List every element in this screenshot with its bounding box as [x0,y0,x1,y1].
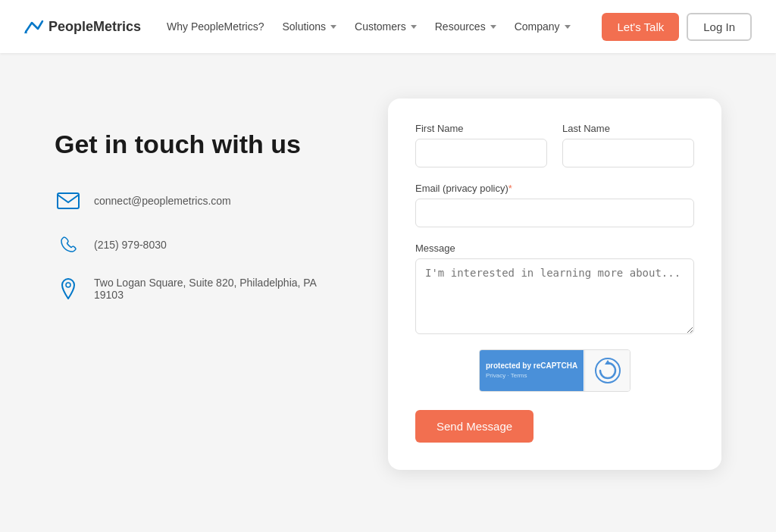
login-button[interactable]: Log In [687,13,752,41]
contact-title: Get in touch with us [55,129,343,160]
phone-text: (215) 979-8030 [94,239,167,251]
required-marker: * [508,183,512,194]
lets-talk-button[interactable]: Let's Talk [602,13,679,41]
chevron-down-icon [565,25,571,29]
email-label: Email (privacy policy)* [415,183,694,194]
chevron-down-icon [490,25,496,29]
nav-customers[interactable]: Customers [347,16,424,37]
contact-info-list: connect@peoplemetrics.com (215) 979-8030 [55,187,343,302]
email-text: connect@peoplemetrics.com [94,195,231,207]
message-group: Message [415,243,694,334]
last-name-input[interactable] [562,139,694,167]
message-label: Message [415,243,694,254]
address-item: Two Logan Square, Suite 820, Philadelphi… [55,275,343,302]
captcha-row: protected by reCAPTCHA Privacy · Terms [415,349,694,392]
name-row: First Name Last Name [415,123,694,167]
chevron-down-icon [411,25,417,29]
last-name-label: Last Name [562,123,694,134]
send-message-button[interactable]: Send Message [415,410,534,443]
nav-links: Why PeopleMetrics? Solutions Customers R… [159,16,597,37]
page-content: Get in touch with us connect@peoplemetri… [0,53,776,532]
nav-resources[interactable]: Resources [427,16,504,37]
nav-company[interactable]: Company [507,16,578,37]
first-name-label: First Name [415,123,547,134]
nav-actions: Let's Talk Log In [602,13,752,41]
contact-form: First Name Last Name Email (privacy poli… [415,123,694,443]
recaptcha-logo [584,350,630,391]
first-name-group: First Name [415,123,547,167]
navbar: PeopleMetrics Why PeopleMetrics? Solutio… [0,0,776,53]
recaptcha-widget[interactable]: protected by reCAPTCHA Privacy · Terms [479,349,630,392]
email-group: Email (privacy policy)* [415,183,694,227]
last-name-group: Last Name [562,123,694,167]
phone-icon [55,231,82,258]
svg-point-2 [66,283,70,287]
first-name-input[interactable] [415,139,547,167]
phone-item: (215) 979-8030 [55,231,343,258]
location-icon [55,275,82,302]
recaptcha-label: protected by reCAPTCHA Privacy · Terms [480,350,584,391]
nav-why[interactable]: Why PeopleMetrics? [159,16,271,37]
message-textarea[interactable] [415,258,694,334]
email-icon [55,187,82,214]
email-input[interactable] [415,199,694,227]
contact-form-card: First Name Last Name Email (privacy poli… [388,99,721,470]
address-text: Two Logan Square, Suite 820, Philadelphi… [94,277,343,301]
email-item: connect@peoplemetrics.com [55,187,343,214]
contact-info-section: Get in touch with us connect@peoplemetri… [55,99,343,302]
chevron-down-icon [330,25,336,29]
logo[interactable]: PeopleMetrics [24,18,141,35]
nav-solutions[interactable]: Solutions [274,16,344,37]
svg-marker-4 [605,360,611,365]
svg-rect-1 [58,193,79,208]
